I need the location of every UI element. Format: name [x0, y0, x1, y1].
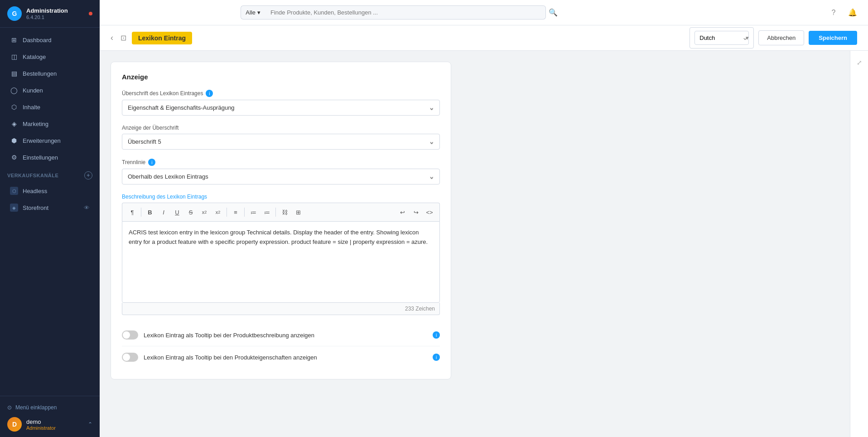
sidebar-item-headless[interactable]: ⬡ Headless: [3, 183, 97, 199]
editor-toolbar: ¶ B I U S x2 x2 ≡ ≔ ≔: [122, 203, 440, 221]
add-sales-channel-button[interactable]: +: [84, 171, 92, 180]
heading-info-icon[interactable]: i: [206, 90, 213, 97]
sales-channels-label: Verkaufskanäle +: [0, 166, 100, 182]
sidebar-item-label: Kunden: [23, 87, 43, 94]
trennlinie-field-group: Trennlinie i Oberhalb des Lexikon Eintra…: [122, 159, 440, 185]
bold-button[interactable]: B: [144, 206, 156, 218]
sub-header: ‹ ⊡ Lexikon Eintrag Dutch English German…: [100, 25, 868, 51]
align-button[interactable]: ≡: [229, 206, 242, 218]
toggle-tooltip-description[interactable]: [122, 330, 138, 340]
toggle-tooltip-features[interactable]: [122, 353, 138, 362]
kataloge-icon: ◫: [10, 53, 18, 61]
toggle-tooltip-features-label: Lexikon Eintrag als Tooltip bei den Prod…: [144, 354, 427, 361]
sidebar-item-label: Kataloge: [23, 53, 46, 60]
page-title: Lexikon Eintrag: [132, 32, 192, 44]
sidebar-item-dashboard[interactable]: ⊞ Dashboard: [3, 32, 97, 48]
language-select[interactable]: Dutch English German ▾: [690, 27, 754, 49]
sidebar-header: G Administration 6.4.20.1: [0, 0, 100, 28]
description-editor[interactable]: ACRIS test lexicon entry in the lexicon …: [122, 221, 440, 303]
sidebar-item-label: Erweiterungen: [23, 137, 61, 144]
sidebar-item-inhalte[interactable]: ⬡ Inhalte: [3, 99, 97, 115]
back-button[interactable]: ‹: [111, 33, 113, 43]
display-select[interactable]: Überschrift 5 Überschrift 1 Überschrift …: [122, 134, 440, 150]
subscript-button[interactable]: x2: [212, 206, 224, 218]
sidebar-footer: ⊙ Menü einklappen D demo Administrator ⌃: [0, 396, 100, 437]
heading-field-group: Überschrift des Lexikon Eintrages i Eige…: [122, 90, 440, 116]
heading-field-label: Überschrift des Lexikon Eintrages i: [122, 90, 440, 97]
sidebar-item-label: Dashboard: [23, 37, 52, 44]
sidebar-item-kunden[interactable]: ◯ Kunden: [3, 82, 97, 98]
user-chevron-icon: ⌃: [88, 421, 92, 427]
display-select-wrapper: Überschrift 5 Überschrift 1 Überschrift …: [122, 134, 440, 150]
bookmark-icon[interactable]: ⊡: [121, 34, 126, 42]
expand-icon[interactable]: ⤢: [853, 56, 866, 69]
sidebar-item-bestellungen[interactable]: ▤ Bestellungen: [3, 65, 97, 82]
sidebar: G Administration 6.4.20.1 ⊞ Dashboard ◫ …: [0, 0, 100, 437]
toggle-tooltip-description-row: Lexikon Eintrag als Tooltip bei der Prod…: [122, 324, 440, 346]
right-panel: ⤢: [850, 51, 868, 437]
table-button[interactable]: ⊞: [292, 206, 304, 218]
editor-char-count: 233 Zeichen: [122, 303, 440, 315]
sidebar-item-marketing[interactable]: ◈ Marketing: [3, 116, 97, 132]
source-button[interactable]: <>: [423, 206, 436, 218]
topbar-right: ? 🔔: [827, 6, 859, 19]
trennlinie-select[interactable]: Oberhalb des Lexikon Eintrags Unterhalb …: [122, 169, 440, 185]
user-info[interactable]: D demo Administrator ⌃: [7, 417, 92, 432]
language-dropdown[interactable]: Dutch English German: [694, 31, 749, 45]
superscript-button[interactable]: x2: [198, 206, 211, 218]
inhalte-icon: ⬡: [10, 103, 18, 111]
card-section-title: Anzeige: [122, 73, 440, 81]
underline-button[interactable]: U: [171, 206, 183, 218]
storefront-icon: ◈: [10, 204, 18, 212]
collapse-menu-button[interactable]: ⊙ Menü einklappen: [7, 402, 92, 413]
app-title: Administration: [26, 7, 68, 15]
list-unordered-button[interactable]: ≔: [247, 206, 260, 218]
chevron-down-icon: ▾: [257, 9, 260, 16]
display-field-group: Anzeige der Überschrift Überschrift 5 Üb…: [122, 125, 440, 150]
search-scope-select[interactable]: Alle ▾: [241, 5, 265, 19]
anzeige-card: Anzeige Überschrift des Lexikon Eintrage…: [111, 62, 451, 379]
einstellungen-icon: ⚙: [10, 153, 18, 161]
sidebar-item-erweiterungen[interactable]: ⬢ Erweiterungen: [3, 132, 97, 149]
heading-select-wrapper: Eigenschaft & Eigenschafits-Ausprägung ⌄: [122, 100, 440, 116]
kunden-icon: ◯: [10, 86, 18, 94]
storefront-visibility-icon: 👁: [84, 204, 90, 211]
user-role: Administrator: [26, 425, 56, 431]
main-area: Alle ▾ 🔍 ? 🔔 ‹ ⊡ Lexikon Eintrag Dutch E…: [100, 0, 868, 437]
user-avatar: D: [7, 417, 22, 432]
description-field-label: Beschreibung des Lexikon Eintrags: [122, 194, 440, 200]
save-button[interactable]: Speichern: [809, 31, 857, 45]
heading-select[interactable]: Eigenschaft & Eigenschafits-Ausprägung: [122, 100, 440, 116]
list-ordered-button[interactable]: ≔: [260, 206, 273, 218]
redo-button[interactable]: ↪: [410, 206, 422, 218]
toggle-tooltip-description-label: Lexikon Eintrag als Tooltip bei der Prod…: [144, 332, 427, 339]
cancel-button[interactable]: Abbrechen: [758, 30, 804, 45]
sidebar-item-label: Bestellungen: [23, 70, 57, 77]
dashboard-icon: ⊞: [10, 36, 18, 44]
display-field-label: Anzeige der Überschrift: [122, 125, 440, 131]
status-dot: [89, 12, 92, 15]
paragraph-button[interactable]: ¶: [126, 206, 139, 218]
trennlinie-field-label: Trennlinie i: [122, 159, 440, 166]
toggle1-info-icon[interactable]: i: [433, 331, 440, 339]
sidebar-item-storefront[interactable]: ◈ Storefront 👁: [3, 199, 97, 216]
notifications-icon[interactable]: 🔔: [846, 6, 859, 19]
undo-button[interactable]: ↩: [396, 206, 409, 218]
link-button[interactable]: ⛓: [278, 206, 291, 218]
search-input[interactable]: [265, 5, 546, 19]
sidebar-item-label: Marketing: [23, 121, 48, 127]
sidebar-item-kataloge[interactable]: ◫ Kataloge: [3, 49, 97, 65]
toolbar-separator-2: [227, 208, 227, 217]
search-container: Alle ▾ 🔍: [241, 5, 558, 19]
trennlinie-info-icon[interactable]: i: [148, 159, 155, 166]
collapse-icon: ⊙: [7, 404, 12, 411]
strike-button[interactable]: S: [184, 206, 197, 218]
toggle2-info-icon[interactable]: i: [433, 354, 440, 361]
sidebar-item-einstellungen[interactable]: ⚙ Einstellungen: [3, 149, 97, 165]
help-icon[interactable]: ?: [827, 6, 840, 19]
italic-button[interactable]: I: [157, 206, 170, 218]
search-icon[interactable]: 🔍: [549, 8, 558, 17]
toolbar-separator-4: [275, 208, 276, 217]
trennlinie-select-wrapper: Oberhalb des Lexikon Eintrags Unterhalb …: [122, 169, 440, 185]
bestellungen-icon: ▤: [10, 69, 18, 78]
